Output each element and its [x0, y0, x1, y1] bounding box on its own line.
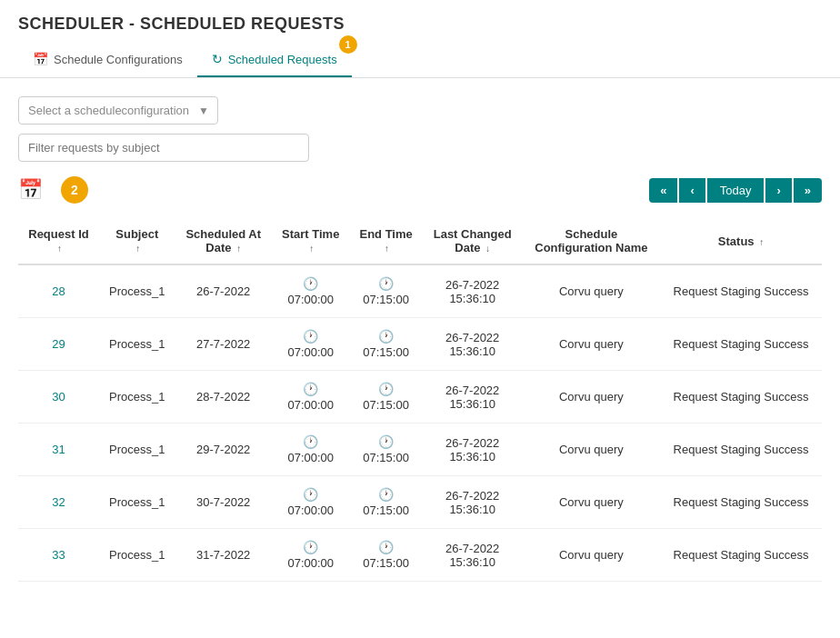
- end-time-value: 07:15:00: [363, 556, 409, 570]
- cell-config-name: Corvu query: [523, 424, 660, 476]
- cell-status: Request Staging Success: [660, 529, 822, 582]
- cell-status: Request Staging Success: [660, 318, 822, 371]
- cell-end-time: 🕐 07:15:00: [350, 529, 423, 582]
- start-time-value: 07:00:00: [287, 503, 334, 517]
- sort-icon-start-time: ↑: [309, 244, 314, 254]
- col-header-start-time[interactable]: Start Time ↑: [272, 218, 350, 264]
- table-row: 30 Process_1 28-7-2022 🕐 07:00:00 🕐 07:1…: [18, 371, 822, 424]
- cell-last-changed: 26-7-2022 15:36:10: [423, 476, 523, 529]
- pagination-prev-button[interactable]: ‹: [679, 178, 705, 203]
- cell-status: Request Staging Success: [660, 264, 822, 318]
- subject-filter-input[interactable]: [18, 134, 309, 162]
- end-time-value: 07:15:00: [363, 451, 409, 464]
- sort-icon-request-id: ↑: [57, 244, 62, 254]
- calendar-tab-icon: 📅: [33, 52, 48, 66]
- cell-last-changed: 26-7-2022 15:36:10: [423, 371, 523, 424]
- cell-request-id[interactable]: 28: [18, 264, 99, 318]
- pagination-controls: « ‹ Today › »: [649, 178, 822, 203]
- clock-icon: 🕐: [378, 329, 394, 344]
- clock-icon: 🕐: [378, 276, 394, 291]
- cell-subject: Process_1: [99, 529, 175, 582]
- sort-icon-scheduled-at: ↑: [236, 244, 241, 254]
- col-header-subject[interactable]: Subject ↑: [99, 218, 175, 264]
- pagination-last-button[interactable]: »: [794, 178, 822, 203]
- toolbar: 📅 2 « ‹ Today › »: [18, 176, 822, 204]
- cell-subject: Process_1: [99, 264, 175, 318]
- cell-start-time: 🕐 07:00:00: [272, 318, 350, 371]
- sort-icon-subject: ↑: [135, 244, 140, 254]
- col-header-request-id[interactable]: Request Id ↑: [18, 218, 99, 264]
- table-row: 29 Process_1 27-7-2022 🕐 07:00:00 🕐 07:1…: [18, 318, 822, 371]
- sort-icon-last-changed: ↓: [485, 244, 490, 254]
- cell-subject: Process_1: [99, 424, 175, 476]
- start-time-value: 07:00:00: [287, 398, 334, 412]
- cell-start-time: 🕐 07:00:00: [272, 529, 350, 582]
- filters-section: Select a scheduleconfiguration ▼: [18, 96, 822, 162]
- start-time-value: 07:00:00: [287, 293, 334, 306]
- cell-request-id[interactable]: 29: [18, 318, 99, 371]
- clock-icon: 🕐: [303, 382, 318, 396]
- tab-scheduled-requests-label: Scheduled Requests: [228, 53, 337, 66]
- tab-schedule-configurations-label: Schedule Configurations: [54, 53, 183, 66]
- cell-subject: Process_1: [99, 318, 175, 371]
- cell-end-time: 🕐 07:15:00: [350, 318, 423, 371]
- end-time-value: 07:15:00: [363, 293, 409, 306]
- main-content: Select a scheduleconfiguration ▼ 📅 2 « ‹…: [0, 78, 840, 600]
- pagination-today-button[interactable]: Today: [707, 178, 765, 203]
- cell-last-changed: 26-7-2022 15:36:10: [423, 318, 523, 371]
- cell-scheduled-at: 30-7-2022: [175, 476, 272, 529]
- cell-start-time: 🕐 07:00:00: [272, 424, 350, 476]
- cell-last-changed: 26-7-2022 15:36:10: [423, 424, 523, 476]
- schedule-config-select[interactable]: Select a scheduleconfiguration: [18, 96, 218, 125]
- cell-status: Request Staging Success: [660, 476, 822, 529]
- col-header-last-changed-date[interactable]: Last Changed Date ↓: [423, 218, 523, 264]
- start-time-value: 07:00:00: [287, 345, 334, 359]
- tab-scheduled-requests-badge: 1: [339, 35, 357, 54]
- cell-end-time: 🕐 07:15:00: [350, 424, 423, 476]
- cell-last-changed: 26-7-2022 15:36:10: [423, 264, 523, 318]
- clock-icon: 🕐: [378, 382, 394, 396]
- cell-subject: Process_1: [99, 371, 175, 424]
- tab-bar: 📅 Schedule Configurations ↻ Scheduled Re…: [0, 43, 840, 78]
- cell-status: Request Staging Success: [660, 424, 822, 476]
- clock-icon: 🕐: [303, 276, 318, 291]
- cell-request-id[interactable]: 32: [18, 476, 99, 529]
- clock-icon: 🕐: [303, 434, 318, 449]
- clock-icon: 🕐: [378, 434, 394, 449]
- table-body: 28 Process_1 26-7-2022 🕐 07:00:00 🕐 07:1…: [18, 264, 822, 582]
- cell-config-name: Corvu query: [523, 529, 660, 582]
- cell-last-changed: 26-7-2022 15:36:10: [423, 529, 523, 582]
- col-header-schedule-config-name: Schedule Configuration Name: [523, 218, 660, 264]
- col-header-status[interactable]: Status ↑: [660, 218, 822, 264]
- tab-scheduled-requests[interactable]: ↻ Scheduled Requests 1: [197, 43, 352, 77]
- cell-request-id[interactable]: 31: [18, 424, 99, 476]
- table-row: 33 Process_1 31-7-2022 🕐 07:00:00 🕐 07:1…: [18, 529, 822, 582]
- cell-subject: Process_1: [99, 476, 175, 529]
- schedule-config-select-wrapper: Select a scheduleconfiguration ▼: [18, 96, 218, 125]
- col-header-scheduled-at-date[interactable]: Scheduled At Date ↑: [175, 218, 272, 264]
- clock-icon: 🕐: [378, 487, 394, 502]
- pagination-first-button[interactable]: «: [649, 178, 677, 203]
- cell-config-name: Corvu query: [523, 371, 660, 424]
- end-time-value: 07:15:00: [363, 345, 409, 359]
- pagination-next-button[interactable]: ›: [765, 178, 791, 203]
- cell-start-time: 🕐 07:00:00: [272, 264, 350, 318]
- calendar-picker-icon[interactable]: 📅: [18, 178, 43, 202]
- cell-request-id[interactable]: 33: [18, 529, 99, 582]
- table-row: 31 Process_1 29-7-2022 🕐 07:00:00 🕐 07:1…: [18, 424, 822, 476]
- scheduled-requests-table: Request Id ↑ Subject ↑ Scheduled At Date…: [18, 218, 822, 582]
- table-row: 28 Process_1 26-7-2022 🕐 07:00:00 🕐 07:1…: [18, 264, 822, 318]
- refresh-tab-icon: ↻: [212, 52, 223, 66]
- col-header-end-time[interactable]: End Time ↑: [350, 218, 423, 264]
- cell-end-time: 🕐 07:15:00: [350, 371, 423, 424]
- page-title: SCHEDULER - SCHEDULED REQUESTS: [0, 0, 840, 34]
- cell-scheduled-at: 31-7-2022: [175, 529, 272, 582]
- cell-request-id[interactable]: 30: [18, 371, 99, 424]
- cell-scheduled-at: 29-7-2022: [175, 424, 272, 476]
- cell-scheduled-at: 26-7-2022: [175, 264, 272, 318]
- cell-config-name: Corvu query: [523, 318, 660, 371]
- clock-icon: 🕐: [303, 329, 318, 344]
- cell-scheduled-at: 27-7-2022: [175, 318, 272, 371]
- tab-schedule-configurations[interactable]: 📅 Schedule Configurations: [18, 43, 197, 77]
- cell-config-name: Corvu query: [523, 476, 660, 529]
